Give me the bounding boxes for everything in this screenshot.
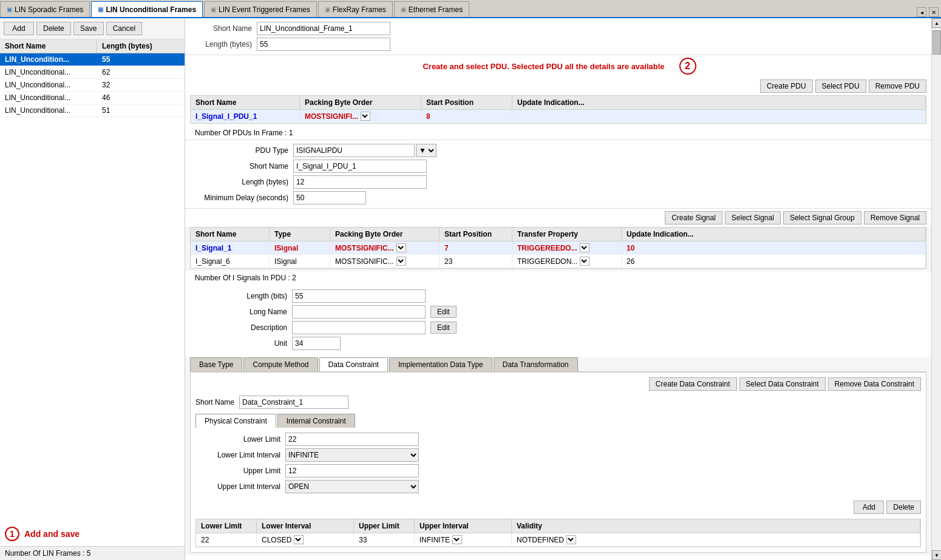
add-button[interactable]: Add — [4, 22, 34, 35]
signal-table-row[interactable]: I_Signal_1 ISignal MOSTSIGNIFIC... ▼ 7 T… — [191, 241, 926, 255]
tab-lin-sporadic[interactable]: ▣ LIN Sporadic Frames — [0, 1, 90, 17]
pdu-td-packing: MOSTSIGNIFI... ▼ — [300, 110, 421, 123]
list-item[interactable]: LIN_Unconditional... 46 — [0, 92, 185, 104]
remove-signal-button[interactable]: Remove Signal — [864, 211, 926, 224]
sig-td-update: 26 — [622, 255, 926, 268]
list-item[interactable]: LIN_Unconditional... 62 — [0, 66, 185, 79]
list-body: LIN_Uncondition... 55 LIN_Unconditional.… — [0, 53, 185, 522]
tab-lin-event[interactable]: ▣ LIN Event Triggered Frames — [204, 1, 317, 17]
tab-bar-right: ◂ ✕ — [917, 7, 941, 17]
list-cell-length: 46 — [97, 92, 115, 104]
sig-transfer-select-2[interactable]: ▼ — [580, 257, 589, 266]
tab-icon-event: ▣ — [211, 6, 216, 13]
select-signal-button[interactable]: Select Signal — [725, 211, 781, 224]
select-data-constraint-button[interactable]: Select Data Constraint — [739, 377, 826, 391]
length-bits-row: Length (bits) — [190, 289, 926, 303]
scroll-thumb[interactable] — [933, 30, 941, 55]
description-edit-button[interactable]: Edit — [430, 322, 457, 334]
pdu-toolbar: Create PDU Select PDU Remove PDU — [185, 77, 931, 95]
pdu-packing-select[interactable]: ▼ — [361, 112, 370, 121]
constraint-add-button[interactable]: Add — [854, 501, 884, 514]
lower-limit-input[interactable] — [285, 433, 419, 446]
list-cell-length: 51 — [97, 104, 115, 116]
lower-limit-row: Lower Limit — [195, 433, 921, 446]
sig-th-packing: Packing Byte Order — [330, 228, 440, 241]
tab-internal-constraint[interactable]: Internal Constraint — [277, 414, 355, 428]
save-button[interactable]: Save — [73, 22, 104, 35]
long-name-edit-button[interactable]: Edit — [430, 306, 457, 318]
remove-data-constraint-button[interactable]: Remove Data Constraint — [828, 377, 921, 391]
sig-td-transfer: TRIGGEREDON... ▼ — [512, 255, 622, 268]
pdu-td-update — [512, 110, 926, 123]
left-panel: Add Delete Save Cancel Short Name Length… — [0, 18, 185, 560]
signal-table-row[interactable]: I_Signal_6 ISignal MOSTSIGNIFIC... ▼ 23 … — [191, 255, 926, 268]
constraint-short-name-row: Short Name — [191, 393, 926, 411]
con-validity-select[interactable]: ▼ — [566, 535, 576, 544]
lower-limit-interval-label: Lower Limit Interval — [195, 451, 280, 459]
tab-lin-unconditional[interactable]: ▣ LIN Unconditional Frames — [91, 1, 203, 17]
tab-ethernet[interactable]: ▣ Ethernet Frames — [394, 1, 469, 17]
select-pdu-button[interactable]: Select PDU — [815, 79, 866, 93]
create-signal-button[interactable]: Create Signal — [665, 211, 722, 224]
right-scrollbar: ▲ ▼ — [931, 18, 941, 560]
tab-data-transformation[interactable]: Data Transformation — [494, 357, 578, 371]
pdu-length-input[interactable] — [293, 175, 427, 189]
tab-base-type[interactable]: Base Type — [190, 357, 242, 371]
lower-limit-interval-select[interactable]: INFINITE OPEN CLOSED — [285, 448, 419, 462]
upper-limit-row: Upper Limit — [195, 464, 921, 477]
tab-compute-method[interactable]: Compute Method — [243, 357, 318, 371]
length-input[interactable] — [257, 38, 390, 51]
select-signal-group-button[interactable]: Select Signal Group — [783, 211, 861, 224]
pdu-type-input[interactable] — [293, 144, 415, 157]
con-upper-interval-select[interactable]: ▼ — [452, 535, 462, 544]
upper-limit-interval-select[interactable]: OPEN CLOSED INFINITE — [285, 480, 419, 493]
long-name-input[interactable] — [292, 305, 426, 319]
unit-input[interactable] — [292, 337, 341, 350]
scrollable-area[interactable]: PDU Type ▼ Short Name — [185, 140, 931, 560]
lower-limit-interval-row: Lower Limit Interval INFINITE OPEN CLOSE… — [195, 448, 921, 462]
status-bar: Number Of LIN Frames : 5 — [0, 546, 185, 560]
pdu-type-select[interactable]: ▼ — [416, 144, 437, 157]
con-lower-interval-select[interactable]: ▼ — [294, 535, 304, 544]
list-item[interactable]: LIN_Uncondition... 55 — [0, 53, 185, 66]
pdu-table-row[interactable]: I_Signal_I_PDU_1 MOSTSIGNIFI... ▼ 8 — [191, 110, 926, 123]
tab-close-btn[interactable]: ✕ — [929, 7, 939, 17]
tab-flexray[interactable]: ▣ FlexRay Frames — [318, 1, 393, 17]
delete-button[interactable]: Delete — [36, 22, 71, 35]
length-bits-input[interactable] — [292, 289, 426, 303]
constraint-short-name-input[interactable] — [239, 396, 348, 409]
tab-implementation-data-type[interactable]: Implementation Data Type — [389, 357, 492, 371]
constraint-table-row[interactable]: 22 CLOSED ▼ 33 INFINITE ▼ — [196, 533, 920, 547]
frame-length-row: Length (bytes) — [191, 38, 925, 51]
sig-packing-select-1[interactable]: ▼ — [396, 243, 406, 252]
cancel-button[interactable]: Cancel — [106, 22, 142, 35]
sig-td-start: 23 — [440, 255, 512, 268]
sig-transfer-select-1[interactable]: ▼ — [580, 243, 589, 252]
tab-data-constraint[interactable]: Data Constraint — [319, 357, 388, 371]
sig-packing-select-2[interactable]: ▼ — [396, 257, 406, 266]
sig-td-packing: MOSTSIGNIFIC... ▼ — [330, 241, 440, 254]
tab-scroll-left[interactable]: ◂ — [917, 7, 926, 17]
list-item[interactable]: LIN_Unconditional... 51 — [0, 104, 185, 117]
short-name-input[interactable] — [257, 22, 390, 35]
tab-physical-constraint[interactable]: Physical Constraint — [195, 414, 276, 428]
list-item[interactable]: LIN_Unconditional... 32 — [0, 79, 185, 92]
signal-count: Number Of I Signals In PDU : 2 — [185, 271, 931, 285]
create-data-constraint-button[interactable]: Create Data Constraint — [649, 377, 737, 391]
create-pdu-button[interactable]: Create PDU — [760, 79, 813, 93]
con-td-lower-interval: CLOSED ▼ — [257, 533, 354, 546]
scroll-up-button[interactable]: ▲ — [932, 18, 941, 28]
upper-limit-input[interactable] — [285, 464, 419, 477]
sig-th-start: Start Position — [440, 228, 512, 241]
con-th-validity: Validity — [512, 519, 920, 533]
description-input[interactable] — [292, 321, 426, 334]
list-cell-length: 62 — [97, 66, 115, 78]
pdu-th-update: Update Indication... — [512, 96, 926, 109]
pdu-mindelay-input[interactable] — [293, 191, 366, 204]
constraint-delete-button[interactable]: Delete — [886, 501, 921, 514]
pdu-short-name-input[interactable] — [293, 160, 427, 173]
scroll-down-button[interactable]: ▼ — [932, 550, 941, 560]
pdu-table-header: Short Name Packing Byte Order Start Posi… — [191, 96, 926, 110]
remove-pdu-button[interactable]: Remove PDU — [869, 79, 926, 93]
signal-table-header: Short Name Type Packing Byte Order Start… — [191, 228, 926, 241]
